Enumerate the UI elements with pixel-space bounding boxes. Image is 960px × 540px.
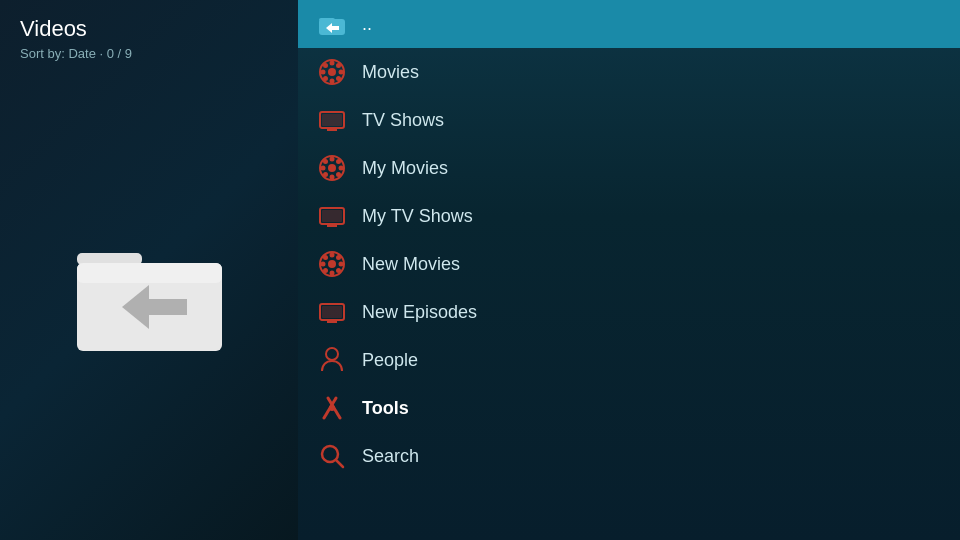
menu-label-back: ..	[362, 14, 372, 35]
folder-icon	[67, 225, 232, 360]
folder-icon-container	[20, 61, 278, 524]
menu-item-my-tv-shows[interactable]: My TV Shows	[298, 192, 960, 240]
svg-point-24	[328, 164, 336, 172]
svg-point-46	[323, 268, 328, 273]
svg-point-31	[336, 159, 341, 164]
menu-item-new-episodes[interactable]: New Episodes	[298, 288, 960, 336]
folder-back-icon	[318, 10, 346, 38]
svg-point-18	[323, 76, 328, 81]
menu-label-tools: Tools	[362, 398, 409, 419]
menu-item-people[interactable]: People	[298, 336, 960, 384]
svg-point-43	[323, 255, 328, 260]
wrench-icon	[318, 394, 346, 422]
menu-item-movies[interactable]: Movies	[298, 48, 960, 96]
svg-point-42	[339, 262, 344, 267]
svg-rect-2	[77, 263, 222, 283]
menu-list: .. Movies	[298, 0, 960, 480]
menu-label-search: Search	[362, 446, 419, 467]
sort-info: Sort by: Date · 0 / 9	[20, 46, 278, 61]
svg-rect-34	[327, 224, 337, 227]
svg-point-54	[329, 405, 335, 411]
menu-label-tv-shows: TV Shows	[362, 110, 444, 131]
svg-line-56	[336, 460, 343, 467]
svg-point-15	[323, 63, 328, 68]
svg-point-13	[321, 70, 326, 75]
svg-point-14	[339, 70, 344, 75]
svg-rect-50	[322, 306, 342, 318]
right-panel: .. Movies	[298, 0, 960, 540]
svg-point-30	[336, 172, 341, 177]
new-movies-icon	[318, 250, 346, 278]
svg-point-11	[330, 61, 335, 66]
left-panel: Videos Sort by: Date · 0 / 9	[0, 0, 298, 540]
my-movies-icon	[318, 154, 346, 182]
svg-point-17	[336, 63, 341, 68]
svg-point-44	[336, 268, 341, 273]
menu-label-my-tv-shows: My TV Shows	[362, 206, 473, 227]
svg-rect-20	[327, 128, 337, 131]
menu-item-tv-shows[interactable]: TV Shows	[298, 96, 960, 144]
menu-item-search[interactable]: Search	[298, 432, 960, 480]
tv-icon	[318, 106, 346, 134]
svg-point-40	[330, 271, 335, 276]
svg-point-10	[328, 68, 336, 76]
svg-point-28	[339, 166, 344, 171]
svg-rect-22	[322, 114, 342, 126]
svg-point-16	[336, 76, 341, 81]
svg-point-12	[330, 79, 335, 84]
svg-point-45	[336, 255, 341, 260]
svg-rect-8	[332, 26, 339, 30]
svg-point-32	[323, 172, 328, 177]
menu-item-my-movies[interactable]: My Movies	[298, 144, 960, 192]
menu-label-new-episodes: New Episodes	[362, 302, 477, 323]
menu-item-new-movies[interactable]: New Movies	[298, 240, 960, 288]
new-episodes-icon	[318, 298, 346, 326]
svg-rect-48	[327, 320, 337, 323]
menu-label-new-movies: New Movies	[362, 254, 460, 275]
app-title: Videos	[20, 16, 278, 42]
person-icon	[318, 346, 346, 374]
svg-rect-36	[322, 210, 342, 222]
svg-point-51	[326, 348, 338, 360]
svg-point-25	[330, 157, 335, 162]
menu-label-movies: Movies	[362, 62, 419, 83]
svg-point-29	[323, 159, 328, 164]
menu-label-people: People	[362, 350, 418, 371]
search-icon	[318, 442, 346, 470]
svg-point-26	[330, 175, 335, 180]
menu-label-my-movies: My Movies	[362, 158, 448, 179]
film-reel-icon	[318, 58, 346, 86]
svg-point-27	[321, 166, 326, 171]
svg-rect-4	[149, 299, 187, 315]
svg-point-41	[321, 262, 326, 267]
my-tv-icon	[318, 202, 346, 230]
menu-item-back[interactable]: ..	[298, 0, 960, 48]
menu-item-tools[interactable]: Tools	[298, 384, 960, 432]
svg-point-38	[328, 260, 336, 268]
svg-point-39	[330, 253, 335, 258]
